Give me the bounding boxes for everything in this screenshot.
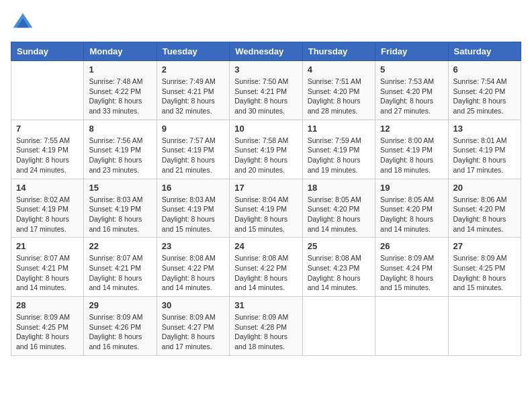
calendar-cell: 19Sunrise: 8:05 AM Sunset: 4:20 PM Dayli… xyxy=(375,179,448,238)
logo xyxy=(11,11,39,35)
day-info: Sunrise: 8:01 AM Sunset: 4:19 PM Dayligh… xyxy=(453,136,516,175)
day-info: Sunrise: 8:06 AM Sunset: 4:20 PM Dayligh… xyxy=(453,195,516,234)
day-number: 23 xyxy=(162,241,224,251)
calendar-table: SundayMondayTuesdayWednesdayThursdayFrid… xyxy=(11,42,521,356)
header-wednesday: Wednesday xyxy=(230,42,302,61)
calendar-cell: 28Sunrise: 8:09 AM Sunset: 4:25 PM Dayli… xyxy=(11,297,84,356)
day-info: Sunrise: 7:50 AM Sunset: 4:21 PM Dayligh… xyxy=(234,77,297,116)
calendar-cell: 25Sunrise: 8:08 AM Sunset: 4:23 PM Dayli… xyxy=(302,238,375,297)
calendar-cell: 1Sunrise: 7:48 AM Sunset: 4:22 PM Daylig… xyxy=(84,61,157,120)
day-info: Sunrise: 8:09 AM Sunset: 4:26 PM Dayligh… xyxy=(89,312,151,352)
day-number: 28 xyxy=(16,300,79,310)
day-number: 12 xyxy=(380,124,443,134)
day-info: Sunrise: 8:00 AM Sunset: 4:19 PM Dayligh… xyxy=(380,136,443,175)
day-info: Sunrise: 8:09 AM Sunset: 4:25 PM Dayligh… xyxy=(453,253,516,293)
day-number: 14 xyxy=(16,183,79,193)
day-info: Sunrise: 7:57 AM Sunset: 4:19 PM Dayligh… xyxy=(162,136,224,175)
calendar-cell: 5Sunrise: 7:53 AM Sunset: 4:20 PM Daylig… xyxy=(375,61,448,120)
calendar-cell: 11Sunrise: 7:59 AM Sunset: 4:19 PM Dayli… xyxy=(302,120,375,179)
day-number: 25 xyxy=(308,241,370,251)
day-number: 5 xyxy=(380,64,443,75)
day-number: 27 xyxy=(453,241,516,251)
day-number: 13 xyxy=(453,124,516,134)
day-number: 10 xyxy=(234,124,297,134)
day-number: 17 xyxy=(234,183,297,193)
day-info: Sunrise: 8:05 AM Sunset: 4:20 PM Dayligh… xyxy=(380,195,443,234)
day-number: 26 xyxy=(380,241,443,251)
calendar-cell: 31Sunrise: 8:09 AM Sunset: 4:28 PM Dayli… xyxy=(230,297,302,356)
calendar-cell: 23Sunrise: 8:08 AM Sunset: 4:22 PM Dayli… xyxy=(157,238,229,297)
day-info: Sunrise: 8:08 AM Sunset: 4:23 PM Dayligh… xyxy=(308,253,370,293)
calendar-cell: 26Sunrise: 8:09 AM Sunset: 4:24 PM Dayli… xyxy=(375,238,448,297)
calendar-cell: 2Sunrise: 7:49 AM Sunset: 4:21 PM Daylig… xyxy=(157,61,229,120)
calendar-cell: 4Sunrise: 7:51 AM Sunset: 4:20 PM Daylig… xyxy=(302,61,375,120)
day-info: Sunrise: 7:48 AM Sunset: 4:22 PM Dayligh… xyxy=(89,77,151,116)
calendar-week-row: 1Sunrise: 7:48 AM Sunset: 4:22 PM Daylig… xyxy=(11,61,521,120)
day-number: 11 xyxy=(308,124,370,134)
day-number: 7 xyxy=(16,124,79,134)
day-info: Sunrise: 7:58 AM Sunset: 4:19 PM Dayligh… xyxy=(234,136,297,175)
day-number: 22 xyxy=(89,241,151,251)
header-friday: Friday xyxy=(375,42,448,61)
calendar-cell: 27Sunrise: 8:09 AM Sunset: 4:25 PM Dayli… xyxy=(448,238,521,297)
day-number: 9 xyxy=(162,124,224,134)
header-monday: Monday xyxy=(84,42,157,61)
calendar-cell: 18Sunrise: 8:05 AM Sunset: 4:20 PM Dayli… xyxy=(302,179,375,238)
day-info: Sunrise: 8:03 AM Sunset: 4:19 PM Dayligh… xyxy=(89,195,151,234)
calendar-week-row: 21Sunrise: 8:07 AM Sunset: 4:21 PM Dayli… xyxy=(11,238,521,297)
day-number: 4 xyxy=(308,64,370,75)
calendar-cell: 24Sunrise: 8:08 AM Sunset: 4:22 PM Dayli… xyxy=(230,238,302,297)
calendar-cell: 6Sunrise: 7:54 AM Sunset: 4:20 PM Daylig… xyxy=(448,61,521,120)
day-info: Sunrise: 8:04 AM Sunset: 4:19 PM Dayligh… xyxy=(234,195,297,234)
calendar-cell xyxy=(302,297,375,356)
calendar-cell xyxy=(11,61,84,120)
day-number: 8 xyxy=(89,124,151,134)
day-number: 3 xyxy=(234,64,297,75)
day-info: Sunrise: 8:09 AM Sunset: 4:24 PM Dayligh… xyxy=(380,253,443,293)
calendar-cell: 10Sunrise: 7:58 AM Sunset: 4:19 PM Dayli… xyxy=(230,120,302,179)
day-info: Sunrise: 8:07 AM Sunset: 4:21 PM Dayligh… xyxy=(89,253,151,293)
day-number: 24 xyxy=(234,241,297,251)
day-info: Sunrise: 8:08 AM Sunset: 4:22 PM Dayligh… xyxy=(162,253,224,293)
day-info: Sunrise: 8:09 AM Sunset: 4:28 PM Dayligh… xyxy=(234,312,297,352)
header-thursday: Thursday xyxy=(302,42,375,61)
day-info: Sunrise: 7:51 AM Sunset: 4:20 PM Dayligh… xyxy=(308,77,370,116)
calendar-cell: 16Sunrise: 8:03 AM Sunset: 4:19 PM Dayli… xyxy=(157,179,229,238)
calendar-cell xyxy=(448,297,521,356)
day-info: Sunrise: 7:59 AM Sunset: 4:19 PM Dayligh… xyxy=(308,136,370,175)
calendar-header-row: SundayMondayTuesdayWednesdayThursdayFrid… xyxy=(11,42,521,61)
calendar-cell: 13Sunrise: 8:01 AM Sunset: 4:19 PM Dayli… xyxy=(448,120,521,179)
day-number: 1 xyxy=(89,64,151,75)
day-info: Sunrise: 7:49 AM Sunset: 4:21 PM Dayligh… xyxy=(162,77,224,116)
day-info: Sunrise: 8:08 AM Sunset: 4:22 PM Dayligh… xyxy=(234,253,297,293)
day-number: 15 xyxy=(89,183,151,193)
calendar-cell: 29Sunrise: 8:09 AM Sunset: 4:26 PM Dayli… xyxy=(84,297,157,356)
logo-icon xyxy=(11,11,35,35)
day-info: Sunrise: 7:55 AM Sunset: 4:19 PM Dayligh… xyxy=(16,136,79,175)
calendar-cell: 20Sunrise: 8:06 AM Sunset: 4:20 PM Dayli… xyxy=(448,179,521,238)
calendar-cell: 14Sunrise: 8:02 AM Sunset: 4:19 PM Dayli… xyxy=(11,179,84,238)
day-number: 20 xyxy=(453,183,516,193)
header-tuesday: Tuesday xyxy=(157,42,229,61)
calendar-cell: 7Sunrise: 7:55 AM Sunset: 4:19 PM Daylig… xyxy=(11,120,84,179)
day-info: Sunrise: 7:54 AM Sunset: 4:20 PM Dayligh… xyxy=(453,77,516,116)
calendar-cell: 15Sunrise: 8:03 AM Sunset: 4:19 PM Dayli… xyxy=(84,179,157,238)
day-number: 16 xyxy=(162,183,224,193)
day-info: Sunrise: 8:07 AM Sunset: 4:21 PM Dayligh… xyxy=(16,253,79,293)
day-info: Sunrise: 8:05 AM Sunset: 4:20 PM Dayligh… xyxy=(308,195,370,234)
calendar-week-row: 7Sunrise: 7:55 AM Sunset: 4:19 PM Daylig… xyxy=(11,120,521,179)
day-number: 21 xyxy=(16,241,79,251)
day-number: 29 xyxy=(89,300,151,310)
calendar-cell: 22Sunrise: 8:07 AM Sunset: 4:21 PM Dayli… xyxy=(84,238,157,297)
calendar-week-row: 14Sunrise: 8:02 AM Sunset: 4:19 PM Dayli… xyxy=(11,179,521,238)
day-info: Sunrise: 8:09 AM Sunset: 4:25 PM Dayligh… xyxy=(16,312,79,352)
calendar-cell: 8Sunrise: 7:56 AM Sunset: 4:19 PM Daylig… xyxy=(84,120,157,179)
calendar-cell: 9Sunrise: 7:57 AM Sunset: 4:19 PM Daylig… xyxy=(157,120,229,179)
calendar-cell: 30Sunrise: 8:09 AM Sunset: 4:27 PM Dayli… xyxy=(157,297,229,356)
day-info: Sunrise: 7:53 AM Sunset: 4:20 PM Dayligh… xyxy=(380,77,443,116)
day-info: Sunrise: 7:56 AM Sunset: 4:19 PM Dayligh… xyxy=(89,136,151,175)
calendar-cell: 21Sunrise: 8:07 AM Sunset: 4:21 PM Dayli… xyxy=(11,238,84,297)
day-number: 2 xyxy=(162,64,224,75)
calendar-cell: 3Sunrise: 7:50 AM Sunset: 4:21 PM Daylig… xyxy=(230,61,302,120)
header-saturday: Saturday xyxy=(448,42,521,61)
